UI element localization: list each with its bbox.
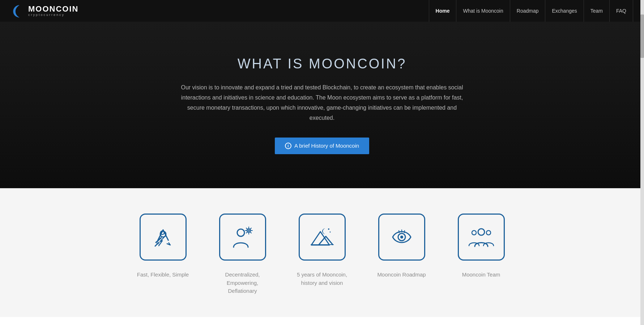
svg-line-10 — [246, 228, 247, 229]
svg-point-22 — [478, 229, 485, 235]
svg-line-19 — [399, 231, 399, 233]
feature-icon-box-rocket — [140, 214, 187, 261]
nav-roadmap[interactable]: Roadmap — [510, 0, 546, 22]
hero-description: Our vision is to innovate and expand a t… — [181, 83, 463, 123]
svg-point-23 — [472, 231, 476, 235]
team-icon — [467, 223, 496, 252]
scrollbar-thumb[interactable] — [640, 14, 644, 58]
features-section: Fast, Flexible, Simple Decentralized,Emp… — [0, 188, 644, 317]
navbar: MOONCOIN cryptocurrency Home What is Moo… — [0, 0, 644, 22]
leaf-icon — [387, 223, 416, 252]
svg-point-5 — [248, 230, 250, 231]
svg-point-18 — [400, 236, 403, 239]
svg-point-3 — [237, 229, 244, 236]
nav-links: Home What is Mooncoin Roadmap Exchanges … — [429, 0, 633, 22]
feature-icon-box-team — [458, 214, 505, 261]
brand-name: MOONCOIN — [28, 5, 78, 13]
feature-label-decentralized: Decentralized,Empowering,Deflationary — [225, 271, 260, 295]
feature-icon-box-person-gear — [219, 214, 266, 261]
moon-logo-icon — [11, 4, 25, 18]
svg-point-15 — [329, 232, 330, 233]
svg-point-24 — [486, 231, 491, 235]
svg-point-14 — [328, 228, 329, 230]
feature-item-decentralized: Decentralized,Empowering,Deflationary — [203, 214, 282, 295]
nav-home[interactable]: Home — [429, 0, 457, 22]
feature-label-team: Mooncoin Team — [462, 271, 500, 279]
feature-label-history: 5 years of Mooncoin,history and vision — [297, 271, 347, 287]
hero-section: WHAT IS MOONCOIN? Our vision is to innov… — [0, 22, 644, 188]
hero-content: WHAT IS MOONCOIN? Our vision is to innov… — [181, 56, 463, 154]
info-circle-icon: i — [285, 143, 291, 149]
history-button[interactable]: i A brief History of Mooncoin — [275, 138, 369, 154]
brand-logo[interactable]: MOONCOIN cryptocurrency — [11, 4, 78, 18]
feature-item-roadmap: Mooncoin Roadmap — [362, 214, 442, 295]
svg-line-12 — [246, 232, 247, 233]
feature-item-fast: Fast, Flexible, Simple — [123, 214, 203, 295]
svg-line-13 — [250, 228, 251, 229]
feature-item-team: Mooncoin Team — [442, 214, 521, 295]
mountain-moon-icon — [308, 223, 337, 252]
brand-sub: cryptocurrency — [28, 13, 78, 17]
hero-title: WHAT IS MOONCOIN? — [181, 56, 463, 72]
feature-icon-box-roadmap — [378, 214, 425, 261]
svg-line-21 — [404, 231, 405, 233]
nav-exchanges[interactable]: Exchanges — [545, 0, 584, 22]
brand-text-group: MOONCOIN cryptocurrency — [28, 5, 78, 17]
nav-faq[interactable]: FAQ — [610, 0, 633, 22]
scrollbar[interactable] — [640, 0, 644, 317]
nav-team[interactable]: Team — [584, 0, 610, 22]
rocket-icon — [149, 223, 178, 252]
feature-label-fast: Fast, Flexible, Simple — [137, 271, 189, 279]
feature-icon-box-mountain — [299, 214, 346, 261]
history-button-label: A brief History of Mooncoin — [294, 143, 359, 149]
person-gear-icon — [228, 223, 257, 252]
nav-what-is-mooncoin[interactable]: What is Mooncoin — [456, 0, 510, 22]
feature-label-roadmap: Mooncoin Roadmap — [377, 271, 426, 279]
svg-rect-16 — [311, 244, 334, 245]
svg-line-11 — [250, 232, 251, 233]
feature-item-history: 5 years of Mooncoin,history and vision — [282, 214, 362, 295]
